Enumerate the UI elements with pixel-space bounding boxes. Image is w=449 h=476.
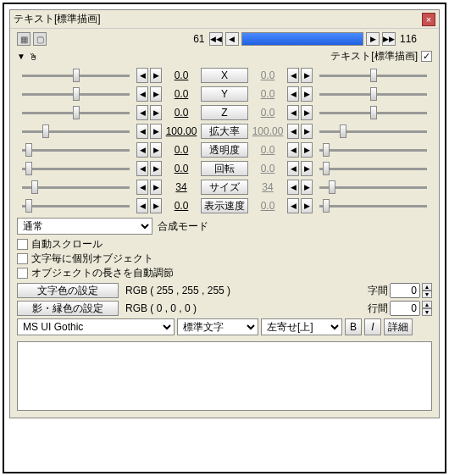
line-spacing-input[interactable]	[390, 301, 420, 316]
line-spacing-up[interactable]: ▲	[422, 301, 432, 308]
dec-left-0[interactable]: ◀	[136, 68, 148, 83]
close-button[interactable]: ×	[422, 13, 435, 26]
style-select[interactable]: 標準文字	[177, 318, 258, 335]
slider-left-5[interactable]	[17, 161, 135, 176]
dec-right-5[interactable]: ◀	[287, 161, 299, 176]
char-spacing-input[interactable]	[390, 283, 420, 298]
slider-right-2[interactable]	[314, 105, 432, 120]
val-right-7[interactable]: 0.0	[250, 200, 285, 212]
dec-right-4[interactable]: ◀	[287, 142, 299, 158]
val-left-0[interactable]: 0.0	[164, 69, 199, 81]
slider-left-1[interactable]	[17, 86, 135, 102]
inc-left-6[interactable]: ▶	[150, 180, 162, 195]
slider-left-0[interactable]	[17, 68, 135, 83]
val-right-0[interactable]: 0.0	[250, 69, 285, 81]
check-1[interactable]	[17, 253, 28, 264]
inc-left-7[interactable]: ▶	[150, 198, 162, 213]
slider-right-3[interactable]	[314, 124, 432, 139]
val-left-5[interactable]: 0.0	[164, 163, 199, 174]
slider-left-7[interactable]	[17, 198, 135, 213]
shadow-color-button[interactable]: 影・縁色の設定	[17, 301, 119, 316]
text-input[interactable]	[17, 341, 432, 411]
dec-right-0[interactable]: ◀	[287, 68, 299, 83]
dec-left-5[interactable]: ◀	[136, 161, 148, 176]
collapse-down-icon[interactable]: ▼	[17, 52, 25, 61]
dec-right-1[interactable]: ◀	[287, 86, 299, 102]
dec-left-2[interactable]: ◀	[136, 105, 148, 120]
param-button-7[interactable]: 表示速度	[201, 198, 248, 213]
mouse-icon[interactable]: 🖱	[29, 52, 38, 62]
inc-right-0[interactable]: ▶	[301, 68, 313, 83]
param-button-0[interactable]: X	[201, 68, 248, 83]
enable-checkbox[interactable]: ✓	[421, 51, 432, 62]
val-left-3[interactable]: 100.00	[164, 125, 199, 137]
val-right-5[interactable]: 0.0	[250, 163, 285, 174]
slider-right-1[interactable]	[314, 86, 432, 102]
slider-right-5[interactable]	[314, 161, 432, 176]
align-select[interactable]: 左寄せ[上]	[261, 318, 342, 335]
char-spacing-down[interactable]: ▼	[422, 291, 432, 298]
val-left-2[interactable]: 0.0	[164, 107, 199, 119]
timeline-slider[interactable]	[241, 32, 364, 46]
cam-icon[interactable]: ▦	[17, 32, 30, 46]
val-right-4[interactable]: 0.0	[250, 144, 285, 156]
val-right-3[interactable]: 100.00	[250, 125, 285, 137]
dec-left-4[interactable]: ◀	[136, 142, 148, 158]
italic-button[interactable]: I	[364, 318, 381, 335]
param-button-3[interactable]: 拡大率	[201, 124, 248, 139]
slider-right-0[interactable]	[314, 68, 432, 83]
inc-right-2[interactable]: ▶	[301, 105, 313, 120]
dec-right-2[interactable]: ◀	[287, 105, 299, 120]
text-color-button[interactable]: 文字色の設定	[17, 283, 119, 298]
val-left-7[interactable]: 0.0	[164, 200, 199, 212]
inc-right-3[interactable]: ▶	[301, 124, 313, 139]
param-button-2[interactable]: Z	[201, 105, 248, 120]
dec-left-3[interactable]: ◀	[136, 124, 148, 139]
dec-left-6[interactable]: ◀	[136, 180, 148, 195]
inc-left-4[interactable]: ▶	[150, 142, 162, 158]
inc-right-7[interactable]: ▶	[301, 198, 313, 213]
val-right-6[interactable]: 34	[250, 181, 285, 193]
slider-right-4[interactable]	[314, 142, 432, 158]
inc-left-1[interactable]: ▶	[150, 86, 162, 102]
next-button[interactable]: ▶▶	[382, 32, 396, 46]
blend-mode-select[interactable]: 通常	[17, 218, 152, 235]
inc-right-4[interactable]: ▶	[301, 142, 313, 158]
dec-right-6[interactable]: ◀	[287, 180, 299, 195]
slider-left-6[interactable]	[17, 180, 135, 195]
dec-right-7[interactable]: ◀	[287, 198, 299, 213]
inc-left-5[interactable]: ▶	[150, 161, 162, 176]
inc-left-3[interactable]: ▶	[150, 124, 162, 139]
line-spacing-down[interactable]: ▼	[422, 308, 432, 316]
inc-left-2[interactable]: ▶	[150, 105, 162, 120]
param-button-5[interactable]: 回転	[201, 161, 248, 176]
check-2[interactable]	[17, 268, 28, 279]
dec-right-3[interactable]: ◀	[287, 124, 299, 139]
val-right-1[interactable]: 0.0	[250, 88, 285, 100]
inc-right-5[interactable]: ▶	[301, 161, 313, 176]
slider-right-6[interactable]	[314, 180, 432, 195]
bold-button[interactable]: B	[345, 318, 362, 335]
param-button-1[interactable]: Y	[201, 86, 248, 102]
image-icon[interactable]: ▢	[33, 32, 47, 46]
val-right-2[interactable]: 0.0	[250, 107, 285, 119]
inc-left-0[interactable]: ▶	[150, 68, 162, 83]
val-left-4[interactable]: 0.0	[164, 144, 199, 156]
prev-button[interactable]: ◀◀	[209, 32, 223, 46]
dec-left-1[interactable]: ◀	[136, 86, 148, 102]
font-select[interactable]: MS UI Gothic	[17, 318, 175, 335]
next-step-button[interactable]: ▶	[366, 32, 380, 46]
inc-right-6[interactable]: ▶	[301, 180, 313, 195]
slider-right-7[interactable]	[314, 198, 432, 213]
char-spacing-up[interactable]: ▲	[422, 283, 432, 291]
prev-step-button[interactable]: ◀	[225, 32, 239, 46]
check-0[interactable]	[17, 239, 28, 250]
dec-left-7[interactable]: ◀	[136, 198, 148, 213]
inc-right-1[interactable]: ▶	[301, 86, 313, 102]
val-left-6[interactable]: 34	[164, 181, 199, 193]
slider-left-4[interactable]	[17, 142, 135, 158]
param-button-4[interactable]: 透明度	[201, 142, 248, 158]
param-button-6[interactable]: サイズ	[201, 180, 248, 195]
val-left-1[interactable]: 0.0	[164, 88, 199, 100]
detail-button[interactable]: 詳細	[384, 318, 413, 335]
